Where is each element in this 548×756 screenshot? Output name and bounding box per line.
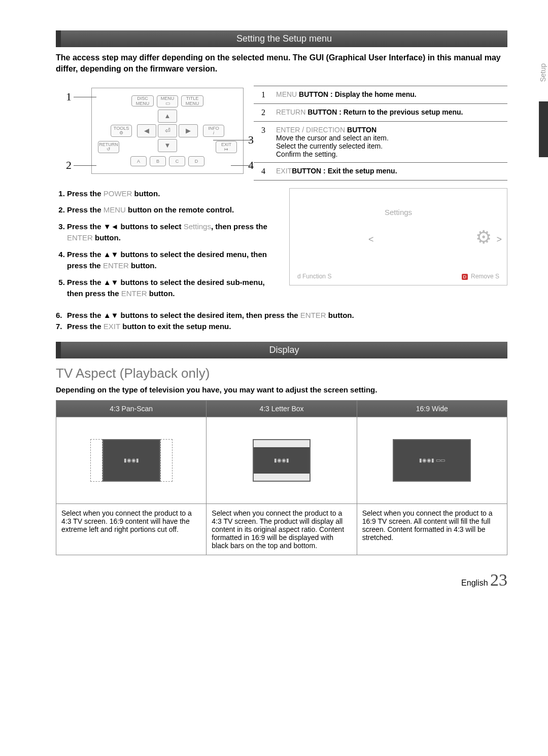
dpad-enter-icon: ⏎: [158, 124, 177, 137]
callout-1: 1: [66, 90, 72, 103]
step-7: 7.Press the EXIT button to exit the setu…: [56, 321, 507, 333]
gear-icon: ⚙: [475, 227, 492, 248]
row-desc: MENU BUTTON : Display the home menu.: [273, 86, 507, 103]
row-num: 2: [254, 103, 273, 121]
remote-return: RETURN↺: [98, 141, 119, 153]
stereo-icon: ▮◉◉▮ ▭▭: [419, 457, 445, 463]
aspect-desc-letterbox: Select when you connect the product to a…: [207, 503, 357, 555]
callout-line: [74, 97, 96, 97]
dpad-down-icon: ▼: [158, 139, 177, 152]
section-bar-setup-menu: Setting the Setup menu: [56, 30, 507, 47]
side-tab-label: Setup: [539, 63, 547, 82]
stereo-icon: ▮◉◉▮: [274, 457, 289, 463]
callout-line: [213, 140, 251, 140]
aspect-img-wide: ▮◉◉▮ ▭▭: [362, 422, 502, 498]
footer-remove: D Remove S: [462, 273, 499, 280]
row-desc: ENTER / DIRECTION BUTTON Move the cursor…: [273, 121, 507, 162]
settings-arrow-right-icon: >: [496, 234, 502, 245]
step-1: Press the POWER button.: [67, 188, 279, 200]
dpad-up-icon: ▲: [158, 110, 177, 123]
extra-steps: 6.Press the ▲▼ buttons to select the des…: [56, 310, 507, 333]
remote-tools: TOOLS⚙: [111, 125, 132, 137]
aspect-desc-panscan: Select when you connect the product to a…: [56, 503, 207, 555]
aspect-img-panscan: ▮◉◉▮: [61, 422, 201, 498]
row-num: 3: [254, 121, 273, 162]
page-number: 23: [490, 570, 507, 589]
remote-diagram: 1 2 3 4 DISC MENU MENU▭ TITLE MENU TOOLS…: [56, 83, 244, 181]
callout-2: 2: [66, 159, 72, 172]
settings-arrow-left-icon: <: [368, 234, 374, 245]
remote-info: INFOi: [203, 125, 224, 137]
steps-list: Press the POWER button. Press the MENU b…: [56, 188, 279, 305]
dpad-left-icon: ◀: [137, 124, 156, 137]
step-2: Press the MENU button on the remote cont…: [67, 204, 279, 216]
remote-title-menu: TITLE MENU: [181, 95, 203, 106]
remote-color-b: B: [150, 156, 166, 166]
remote-color-a: A: [130, 156, 147, 166]
aspect-header-letterbox: 4:3 Letter Box: [207, 400, 357, 417]
remote-color-d: D: [188, 156, 204, 166]
row-desc: RETURN BUTTON : Return to the previous s…: [273, 103, 507, 121]
footer-function: d Function S: [297, 273, 331, 280]
row-num: 1: [254, 86, 273, 103]
stereo-icon: ▮◉◉▮: [124, 457, 139, 463]
side-tab: Setup: [534, 0, 548, 608]
row-num: 4: [254, 162, 273, 180]
row-desc: EXITBUTTON : Exit the setup menu.: [273, 162, 507, 180]
button-description-table: 1 MENU BUTTON : Display the home menu. 2…: [254, 86, 507, 181]
aspect-desc-wide: Select when you connect the product to a…: [357, 503, 507, 555]
aspect-header-panscan: 4:3 Pan-Scan: [56, 400, 207, 417]
dpad-right-icon: ▶: [179, 124, 198, 137]
callout-line: [231, 165, 251, 166]
aspect-header-wide: 16:9 Wide: [357, 400, 507, 417]
aspect-table: 4:3 Pan-Scan 4:3 Letter Box 16:9 Wide ▮◉…: [56, 400, 507, 555]
page-lang: English: [461, 579, 488, 587]
step-4: Press the ▲▼ buttons to select the desir…: [67, 249, 279, 272]
remote-color-c: C: [169, 156, 185, 166]
section-bar-display: Display: [56, 342, 507, 358]
side-thumb-tab: [539, 101, 548, 157]
heading-tv-aspect: TV Aspect (Playback only): [56, 366, 507, 381]
remote-exit: EXIT↦: [216, 141, 237, 153]
step-6: 6.Press the ▲▼ buttons to select the des…: [56, 310, 507, 321]
callout-line: [74, 165, 96, 166]
aspect-img-letterbox: ▮◉◉▮: [212, 422, 351, 498]
settings-screen: Settings < ⚙ > d Function S D Remove S: [289, 188, 507, 285]
aspect-intro: Depending on the type of television you …: [56, 385, 507, 394]
step-5: Press the ▲▼ buttons to select the desir…: [67, 277, 279, 300]
settings-title: Settings: [290, 208, 507, 217]
remote-disc-menu: DISC MENU: [131, 95, 154, 106]
intro-text: The access step may differ depending on …: [56, 52, 507, 75]
step-3: Press the ▼◄ buttons to select Settings,…: [67, 221, 279, 244]
remote-menu: MENU▭: [157, 95, 178, 107]
page-footer: English 23: [56, 570, 507, 590]
